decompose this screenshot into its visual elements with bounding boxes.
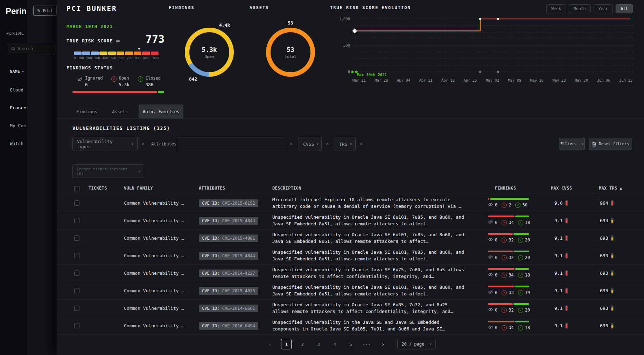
status-bar-open xyxy=(72,91,157,93)
closed-count: 18 xyxy=(525,273,530,278)
reset-filters-label: Reset filters xyxy=(599,142,629,146)
page-button-5[interactable]: 5 xyxy=(345,339,356,349)
findings-cell: 0×34✓18 xyxy=(488,317,529,334)
trash-icon xyxy=(592,142,596,146)
column-header-attributes[interactable]: ATTRIBUTES xyxy=(199,186,225,191)
select-all-checkbox[interactable] xyxy=(74,186,79,191)
svg-text:Apr 04: Apr 04 xyxy=(397,78,410,82)
trs-thermometer-icon xyxy=(611,218,614,224)
attributes-input[interactable] xyxy=(177,137,286,151)
vulnerabilities-listing-title: VULNERABILITIES LISTING (125) xyxy=(72,125,170,131)
vuln-description: Unspecified vulnerability in Oracle Java… xyxy=(272,265,464,282)
sidebar-item-watch[interactable]: Watch xyxy=(10,141,23,146)
findings-section-label: FINDINGS xyxy=(169,5,195,10)
row-checkbox[interactable] xyxy=(74,230,79,247)
clear-vuln-types-icon[interactable]: × xyxy=(142,141,145,146)
column-header-tickets[interactable]: TICKETS xyxy=(89,186,107,191)
ignored-count: 0 xyxy=(495,238,497,243)
column-header-findings[interactable]: FINDINGS xyxy=(495,186,516,191)
assets-total-caption: total xyxy=(285,54,296,59)
findings-slice-label-blue: 842 xyxy=(189,76,197,82)
row-checkbox[interactable] xyxy=(74,300,79,317)
create-ticket-button[interactable]: Create ticket/incident (0) ▾ xyxy=(72,164,144,178)
clear-cvss-icon[interactable]: × xyxy=(326,141,329,146)
column-header-vuln-family[interactable]: VULN FAMILY xyxy=(124,186,153,191)
clear-attributes-icon[interactable]: × xyxy=(290,141,293,146)
findings-status-bar xyxy=(72,91,164,93)
closed-value: 386 xyxy=(146,82,161,87)
page-button-2[interactable]: 2 xyxy=(297,339,308,349)
cve-badge: CVE ID: CVE-2015-4881 xyxy=(199,230,258,247)
max-trs-cell: 693 xyxy=(600,265,614,282)
pagination-ellipsis[interactable]: ••• xyxy=(362,339,372,349)
sidebar-item-france[interactable]: France xyxy=(10,105,26,110)
row-checkbox[interactable] xyxy=(74,265,79,282)
edit-button[interactable]: ✎ Edit xyxy=(33,6,57,16)
svg-text:1,000: 1,000 xyxy=(339,17,350,21)
column-label: TICKETS xyxy=(89,186,107,191)
svg-text:Jun 13: Jun 13 xyxy=(619,78,632,82)
range-button-year[interactable]: Year xyxy=(594,4,613,13)
assets-section-label: ASSETS xyxy=(250,5,269,10)
vuln-description: Unspecified vulnerability in Oracle Java… xyxy=(272,282,464,299)
next-page-button[interactable]: › xyxy=(378,339,388,349)
range-button-week[interactable]: Week xyxy=(546,4,566,13)
check-circle-icon: ✓ xyxy=(518,238,523,243)
name-column-header[interactable]: NAME ▾ xyxy=(10,69,23,74)
vuln-family-name: Common Vulnerability … xyxy=(124,282,184,299)
eye-off-icon xyxy=(488,289,493,296)
row-checkbox[interactable] xyxy=(74,247,79,264)
vuln-family-name: Common Vulnerability … xyxy=(124,300,184,317)
tab-assets[interactable]: Assets xyxy=(108,104,132,118)
row-checkbox[interactable] xyxy=(74,317,79,334)
eye-off-icon xyxy=(488,237,493,243)
prev-page-button[interactable]: ‹ xyxy=(265,339,275,349)
trs-thermometer-icon xyxy=(611,270,614,276)
perimeters-sidebar: Perin ✎ Edit PERIME Search NAME ▾ Cloud … xyxy=(0,0,57,355)
tab-findings[interactable]: Findings xyxy=(72,104,101,118)
clear-trs-icon[interactable]: × xyxy=(360,141,363,146)
page-size-value: 20 / page xyxy=(401,342,424,347)
trs-select[interactable]: TRS ▾ xyxy=(335,137,356,151)
closed-count: 20 xyxy=(525,255,530,260)
search-input[interactable]: Search xyxy=(8,43,55,54)
vulnerability-types-select[interactable]: Vulnerability types ▾ xyxy=(72,137,138,151)
cvss-select[interactable]: CVSS ▾ xyxy=(299,137,322,151)
column-header-max-cvss[interactable]: MAX CVSS xyxy=(551,186,572,191)
sidebar-item-cloud[interactable]: Cloud xyxy=(10,87,23,93)
open-count: 33 xyxy=(509,290,513,295)
page-button-4[interactable]: 4 xyxy=(329,339,340,349)
trs-thermometer-icon xyxy=(611,235,614,241)
snapshot-date: MARCH 19TH 2021 xyxy=(66,24,113,29)
chevron-down-icon: ▾ xyxy=(131,142,133,146)
findings-status-label: FINDINGS STATUS xyxy=(66,65,113,70)
open-label: Open xyxy=(119,76,130,81)
page-button-1[interactable]: 1 xyxy=(281,339,292,349)
row-checkbox[interactable] xyxy=(74,282,79,299)
table-header: TICKETSVULN FAMILYATTRIBUTESDESCRIPTIONF… xyxy=(57,185,644,194)
cve-id-value: CVE-2014-4227 xyxy=(222,271,255,276)
gauge-segment xyxy=(91,52,99,55)
row-checkbox[interactable] xyxy=(74,212,79,229)
reset-filters-button[interactable]: Reset filters xyxy=(589,138,632,150)
swap-icon[interactable]: ⇄ xyxy=(116,38,120,43)
gauge-tick-label: 300 xyxy=(94,56,100,60)
filters-button[interactable]: Filters ▾ xyxy=(559,138,585,150)
range-button-all[interactable]: All xyxy=(616,4,633,13)
tab-bar: FindingsAssetsVuln. Families xyxy=(72,104,183,118)
column-header-description[interactable]: DESCRIPTION xyxy=(272,186,301,191)
cve-id-value: CVE-2014-6601 xyxy=(222,306,255,311)
sidebar-item-my-com[interactable]: My Com xyxy=(10,123,26,128)
range-button-month[interactable]: Month xyxy=(569,4,591,13)
sidebar-title: Perin xyxy=(6,6,27,16)
table-row: Common Vulnerability …CVE ID: CVE-2015-4… xyxy=(57,247,644,265)
tab-vuln-families[interactable]: Vuln. Families xyxy=(139,104,183,118)
column-label: VULN FAMILY xyxy=(124,186,153,191)
column-header-max-trs[interactable]: MAX TRS▲ xyxy=(599,186,622,191)
page-size-select[interactable]: 20 / page ▾ xyxy=(397,339,436,349)
page-button-3[interactable]: 3 xyxy=(313,339,324,349)
max-cvss-cell: 9.1 xyxy=(554,265,568,282)
cve-badge: CVE ID: CVE-2014-4227 xyxy=(199,265,258,282)
row-checkbox[interactable] xyxy=(74,194,79,212)
gauge-tick-label: 1000 xyxy=(151,56,159,60)
